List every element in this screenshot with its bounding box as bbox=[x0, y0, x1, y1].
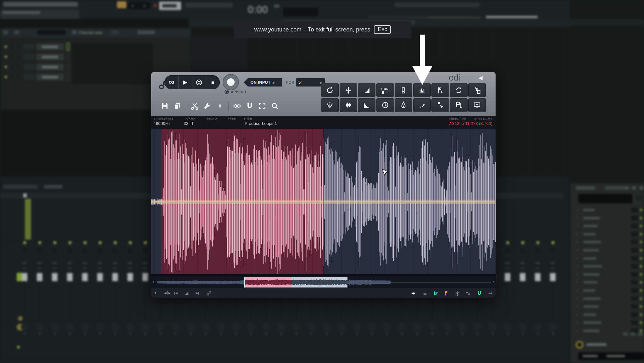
track-row[interactable]: ▸ bbox=[570, 215, 644, 222]
strip-fader-cap[interactable] bbox=[112, 273, 118, 281]
step-sequencer-grid[interactable] bbox=[72, 43, 153, 85]
slice-knife-icon[interactable] bbox=[216, 102, 224, 110]
pan-knob[interactable] bbox=[10, 75, 14, 79]
claw-tool-button[interactable] bbox=[321, 98, 339, 112]
h-scroll-icon[interactable] bbox=[488, 291, 493, 296]
panel-tab-1[interactable] bbox=[576, 186, 595, 190]
track-led[interactable] bbox=[640, 241, 642, 243]
fade-out-button[interactable] bbox=[358, 98, 375, 112]
track-button[interactable] bbox=[631, 304, 638, 309]
prev-marker-icon[interactable] bbox=[173, 291, 179, 296]
strip-knob-2[interactable] bbox=[353, 323, 360, 331]
mixer-toolbar-icons[interactable] bbox=[3, 185, 38, 189]
volume-knob[interactable] bbox=[16, 64, 21, 69]
track-led[interactable] bbox=[640, 209, 642, 211]
pan-knob[interactable] bbox=[10, 44, 14, 49]
strip-pan-knob[interactable] bbox=[20, 246, 29, 255]
strip-led[interactable] bbox=[506, 241, 509, 244]
strip-knob-2[interactable] bbox=[172, 323, 179, 331]
track-led[interactable] bbox=[640, 217, 642, 219]
strip-knob-2[interactable] bbox=[549, 323, 557, 331]
strip-pan-knob[interactable] bbox=[96, 246, 104, 255]
stop-button[interactable]: ■ bbox=[206, 75, 219, 89]
channel-name-button[interactable] bbox=[36, 43, 64, 50]
strip-led[interactable] bbox=[552, 241, 554, 244]
strip-knob-2[interactable] bbox=[66, 323, 74, 331]
time-stretch-button[interactable] bbox=[376, 98, 394, 112]
channel-led[interactable] bbox=[5, 46, 7, 48]
scroll-right-icon[interactable]: › bbox=[493, 279, 495, 284]
bottom-icon-1[interactable] bbox=[623, 332, 628, 336]
append-option[interactable]: APPEND bbox=[225, 90, 246, 94]
reverse-button[interactable] bbox=[321, 83, 339, 97]
strip-led[interactable] bbox=[38, 241, 41, 244]
toolbar-icons-right[interactable] bbox=[395, 3, 480, 7]
strip-led[interactable] bbox=[521, 241, 524, 244]
strip-knob-2[interactable] bbox=[96, 323, 104, 331]
strip-knob-2[interactable] bbox=[338, 323, 345, 331]
strip-knob-2[interactable] bbox=[247, 323, 255, 331]
track-button[interactable] bbox=[631, 272, 638, 277]
track-row[interactable]: ▸ bbox=[570, 279, 644, 286]
track-row[interactable]: ▸ bbox=[570, 247, 644, 254]
strip-knob-2[interactable] bbox=[187, 323, 194, 331]
strip-knob-2[interactable] bbox=[36, 323, 43, 331]
channel-name-button[interactable] bbox=[36, 74, 64, 81]
bottom-icon-2[interactable] bbox=[630, 332, 636, 336]
track-led[interactable] bbox=[640, 225, 642, 227]
target-mixer-selector[interactable] bbox=[66, 63, 69, 71]
transport-cluster[interactable]: ▶▶ bbox=[127, 2, 151, 9]
rack-buttons[interactable] bbox=[137, 31, 155, 34]
strip-led[interactable] bbox=[114, 241, 117, 244]
strip-pan-knob[interactable] bbox=[35, 246, 44, 255]
title-value[interactable]: ProducerLoops 1 bbox=[245, 121, 277, 126]
declick-button[interactable] bbox=[340, 98, 357, 112]
volume-knob[interactable] bbox=[16, 54, 21, 59]
strip-fader-cap[interactable] bbox=[67, 273, 73, 281]
waveform-overview-scrollbar[interactable]: ‹ › bbox=[151, 276, 496, 288]
current-track-knob[interactable] bbox=[634, 194, 643, 203]
track-row[interactable]: ▸ bbox=[570, 303, 644, 310]
toolbar-icons-left[interactable] bbox=[186, 3, 233, 8]
levels-icon[interactable] bbox=[433, 291, 439, 296]
track-row[interactable]: ▸ bbox=[570, 311, 644, 319]
loop-button[interactable]: ∞ bbox=[165, 75, 179, 89]
strip-knob-2[interactable] bbox=[368, 323, 375, 331]
strip-knob-2[interactable] bbox=[443, 323, 451, 331]
resample-loop-button[interactable] bbox=[450, 83, 468, 97]
track-button[interactable] bbox=[631, 312, 638, 317]
wrench-icon[interactable] bbox=[203, 102, 211, 110]
scroll-left-icon[interactable]: ‹ bbox=[153, 279, 154, 284]
track-row[interactable]: ▸ bbox=[570, 222, 644, 230]
strip-pan-knob[interactable] bbox=[548, 246, 557, 255]
next-marker-icon[interactable] bbox=[195, 291, 200, 296]
strip-pan-knob[interactable] bbox=[80, 246, 89, 255]
strip-knob-2[interactable] bbox=[519, 323, 526, 331]
strip-led[interactable] bbox=[536, 241, 539, 244]
strip-knob-2[interactable] bbox=[383, 323, 391, 331]
link-small-icon[interactable] bbox=[206, 291, 212, 296]
strip-knob-2[interactable] bbox=[126, 323, 134, 331]
panel-icon-2[interactable] bbox=[632, 186, 636, 190]
track-led[interactable] bbox=[640, 233, 642, 235]
channel-rack-header[interactable]: Channel rack bbox=[0, 28, 191, 37]
strip-knob-2[interactable] bbox=[534, 323, 541, 331]
target-mixer-selector[interactable] bbox=[66, 73, 69, 81]
strip-led[interactable] bbox=[69, 241, 71, 244]
track-led[interactable] bbox=[640, 273, 642, 276]
preview-mode-button[interactable] bbox=[192, 75, 206, 89]
track-button[interactable] bbox=[631, 240, 638, 244]
overview-canvas[interactable] bbox=[157, 277, 491, 288]
track-button[interactable] bbox=[631, 264, 638, 269]
track-button[interactable] bbox=[631, 280, 638, 285]
strip-knob-2[interactable] bbox=[142, 323, 149, 331]
equalize-spectrum-button[interactable] bbox=[413, 83, 431, 97]
append-radio[interactable] bbox=[225, 90, 229, 94]
channel-led[interactable] bbox=[5, 76, 7, 78]
track-button[interactable] bbox=[631, 224, 638, 228]
track-led[interactable] bbox=[640, 321, 642, 324]
strip-knob-2[interactable] bbox=[202, 323, 209, 331]
strip-pan-knob[interactable] bbox=[518, 246, 527, 255]
run-script-button[interactable]: RUN ▼ bbox=[376, 83, 394, 97]
panel-icon-3[interactable] bbox=[639, 186, 644, 190]
